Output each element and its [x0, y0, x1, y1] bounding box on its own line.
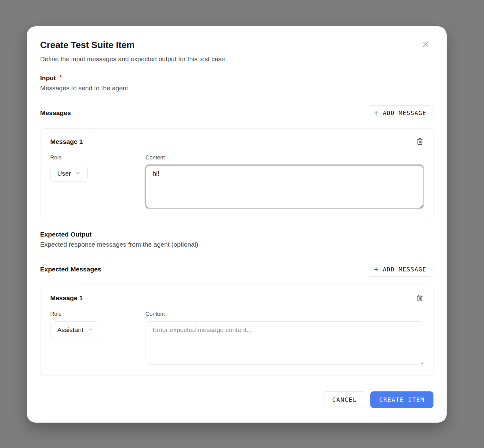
expected-messages-header: Expected Messages: [40, 266, 101, 273]
role-select[interactable]: User: [50, 165, 88, 182]
role-label: Role: [50, 311, 146, 317]
content-label: Content: [146, 155, 423, 161]
messages-header-row: Messages + ADD MESSAGE: [40, 105, 433, 120]
create-item-button[interactable]: CREATE ITEM: [370, 391, 433, 408]
message-card-header: Message 1: [50, 294, 423, 302]
add-expected-message-button[interactable]: + ADD MESSAGE: [367, 262, 433, 277]
create-test-suite-item-dialog: Create Test Suite Item Define the input …: [27, 26, 447, 423]
role-label: Role: [50, 155, 146, 161]
role-value: User: [57, 170, 71, 177]
close-icon: [422, 45, 430, 49]
delete-message-button[interactable]: [416, 294, 423, 302]
input-message-card: Message 1 Role User: [40, 128, 433, 219]
dialog-subtitle: Define the input messages and expected o…: [40, 55, 433, 63]
content-field: Content: [146, 311, 423, 365]
trash-icon: [416, 298, 423, 303]
dialog-footer: CANCEL CREATE ITEM: [40, 391, 433, 408]
role-field: Role User: [50, 155, 146, 208]
add-input-message-button[interactable]: + ADD MESSAGE: [367, 105, 433, 120]
messages-header: Messages: [40, 109, 71, 117]
role-select[interactable]: Assistant: [50, 321, 100, 338]
message-fields: Role User Content hi!: [50, 155, 423, 208]
expected-content-textarea[interactable]: [146, 321, 423, 365]
message-title: Message 1: [50, 138, 83, 145]
add-message-label: ADD MESSAGE: [383, 266, 426, 273]
expected-messages-header-row: Expected Messages + ADD MESSAGE: [40, 262, 433, 277]
trash-icon: [416, 142, 423, 146]
chevron-down-icon: [75, 170, 81, 177]
role-field: Role Assistant: [50, 311, 146, 365]
close-button[interactable]: [422, 40, 430, 48]
content-label: Content: [146, 311, 423, 317]
message-title: Message 1: [50, 294, 83, 302]
required-asterisk: *: [59, 74, 62, 81]
message-fields: Role Assistant Content: [50, 311, 423, 365]
cancel-button[interactable]: CANCEL: [323, 391, 366, 408]
message-card-header: Message 1: [50, 138, 423, 145]
input-section-label: Input *: [40, 74, 433, 82]
chevron-down-icon: [88, 326, 93, 334]
delete-message-button[interactable]: [416, 138, 423, 145]
dialog-title: Create Test Suite Item: [40, 40, 134, 50]
role-value: Assistant: [57, 326, 83, 334]
input-section-description: Messages to send to the agent: [40, 84, 433, 92]
expected-output-description: Expected response messages from the agen…: [40, 241, 433, 248]
content-field: Content hi!: [146, 155, 423, 208]
add-message-label: ADD MESSAGE: [383, 110, 426, 116]
expected-output-label: Expected Output: [40, 231, 433, 238]
content-textarea[interactable]: hi!: [146, 165, 423, 208]
input-label: Input: [40, 74, 56, 82]
expected-message-card: Message 1 Role Assistant: [40, 285, 433, 375]
dialog-header: Create Test Suite Item: [40, 40, 433, 50]
